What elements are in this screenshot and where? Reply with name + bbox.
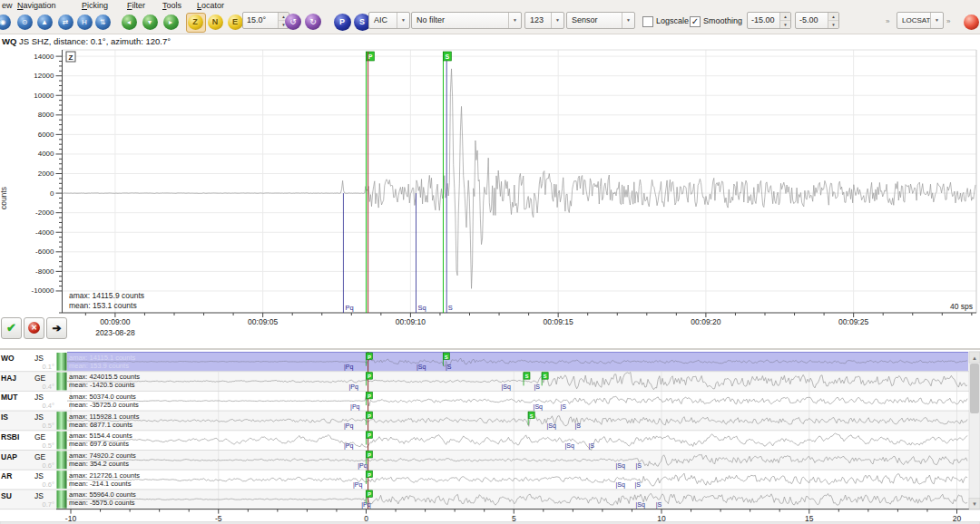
zoom-in-button[interactable]: ▲ — [37, 15, 53, 30]
toolbar-overflow-icon[interactable]: » — [886, 10, 889, 34]
row-amax-label: amax: 115928.1 counts — [69, 412, 140, 421]
svg-text:|Pq: |Pq — [344, 422, 353, 430]
menu-tools[interactable]: Tools — [162, 0, 181, 10]
chevron-down-icon: ▼ — [397, 13, 409, 28]
station-list-panel[interactable]: |Pq|Sq|SPS|Pq|Sq|SPSS|Pq|Sq|SP|Pq|Sq|SPS… — [0, 348, 980, 524]
rotate-cw-button[interactable]: ↻ — [305, 14, 321, 30]
pick-mode-button[interactable]: ▾ — [142, 15, 158, 30]
row-trace-MUT[interactable] — [67, 395, 967, 406]
menu-navigation[interactable]: Navigation — [17, 0, 56, 10]
commit-solution-button[interactable] — [964, 15, 979, 30]
menu-filter[interactable]: Filter — [127, 0, 145, 10]
time-window-start-spinbox[interactable]: -15.00▲▼ — [747, 12, 791, 29]
time-window-end-spinbox-stepper[interactable]: ▲▼ — [828, 13, 838, 28]
reject-picks-button[interactable]: ✕ — [24, 317, 44, 339]
zoom-out-button[interactable]: ⊙ — [17, 15, 33, 30]
toolbar-overflow-icon[interactable]: » — [946, 10, 950, 34]
main-picks: PqSqSPS — [343, 52, 452, 313]
logscale-checkbox[interactable] — [642, 16, 653, 27]
row-amax-label: amax: 55964.0 counts — [69, 490, 136, 499]
row-trace-AR[interactable] — [67, 473, 967, 486]
svg-text:00:09:15: 00:09:15 — [544, 317, 573, 326]
row-mean-label: mean: -1420.5 counts — [69, 381, 135, 389]
menu-picking[interactable]: Picking — [82, 0, 108, 10]
row-mean-label: mean: 697.6 counts — [69, 440, 129, 448]
panel-vscrollbar[interactable]: ▲▼ — [969, 352, 980, 509]
station-code: AR — [1, 471, 12, 480]
network-code: GE — [34, 374, 46, 383]
smoothing-label: Smoothing — [703, 10, 742, 34]
time-window-start-spinbox-stepper[interactable]: ▲▼ — [779, 13, 790, 28]
previous-phase-button[interactable]: ◂ — [122, 15, 137, 30]
reject-picks-icon: ✕ — [28, 322, 40, 334]
send-picks-button[interactable]: ➔ — [46, 317, 67, 339]
chevron-down-icon: ▼ — [622, 13, 634, 28]
component-badge: Z — [66, 52, 75, 62]
scroll-left-button[interactable]: ⇄ — [58, 15, 74, 30]
station-code: WO — [1, 354, 15, 363]
svg-text:S: S — [544, 374, 547, 379]
back-button[interactable]: ◉ — [0, 15, 11, 30]
amplitude-combo[interactable]: 123▼ — [524, 12, 564, 29]
component-z-button[interactable]: Z — [188, 15, 203, 30]
svg-text:6000: 6000 — [38, 131, 54, 139]
filter-combo[interactable]: No filter▼ — [411, 12, 522, 29]
s-marker-label: S — [448, 304, 453, 312]
reset-view-button[interactable]: H — [77, 15, 93, 30]
network-code: GE — [34, 452, 46, 461]
svg-text:|Pq: |Pq — [350, 403, 359, 411]
station-code: UAP — [1, 452, 17, 461]
row-amax-label: amax: 74920.2 counts — [69, 451, 136, 460]
svg-text:|Sq: |Sq — [615, 481, 624, 489]
picker-algorithm-combo[interactable]: AIC▼ — [368, 12, 410, 29]
locator-combo[interactable]: LOCSAT▼ — [897, 12, 944, 29]
station-code: RSBI — [1, 432, 19, 442]
station-distance: 0.5° — [43, 442, 54, 450]
amplitude-axis: -10000-8000-6000-4000-200002000400060008… — [32, 50, 63, 313]
pick-status-bar — [57, 490, 67, 509]
time-window-end-spinbox[interactable]: -5.00▲▼ — [795, 12, 839, 29]
svg-text:P: P — [368, 452, 371, 458]
svg-text:-4000: -4000 — [35, 228, 54, 237]
row-label-WO[interactable]: WOJS0.1°amax: 14115.1 countsmean: 153.9 … — [1, 353, 135, 371]
svg-text:|S: |S — [656, 501, 662, 509]
svg-text:|S: |S — [588, 442, 594, 450]
svg-text:P: P — [368, 53, 373, 60]
phase-p-button[interactable]: P — [334, 14, 351, 31]
svg-text:8000: 8000 — [38, 111, 54, 119]
row-label-RSBI[interactable]: RSBIGE0.5°amax: 5154.4 countsmean: 697.6… — [1, 432, 132, 450]
row-trace-RSBI[interactable] — [67, 433, 967, 451]
svg-text:-6000: -6000 — [35, 247, 54, 256]
seismogram-trace[interactable] — [63, 69, 976, 288]
pick-status-bar — [57, 373, 67, 391]
svg-text:S: S — [525, 374, 529, 379]
menu-locator[interactable]: Locator — [197, 0, 224, 10]
component-e-button[interactable]: E — [228, 15, 243, 30]
component-n-button[interactable]: N — [208, 15, 223, 30]
time-window-end-spinbox-value: -5.00 — [796, 13, 818, 28]
main-plot[interactable]: -10000-8000-6000-4000-200002000400060008… — [0, 34, 980, 348]
row-label-AR[interactable]: ARJS0.6°amax: 212726.1 countsmean: -214.… — [1, 471, 140, 489]
row-mean-label: mean: 354.2 counts — [69, 460, 129, 468]
scroll-down-icon: ▼ — [972, 501, 977, 507]
row-picks-AR: |Pq|Sq|SP — [353, 471, 641, 489]
rotation-spinbox[interactable]: 15.0°▲▼ — [242, 12, 289, 29]
station-traces[interactable]: |Pq|Sq|SPS|Pq|Sq|SPSS|Pq|Sq|SP|Pq|Sq|SPS… — [0, 350, 980, 524]
svg-text:4000: 4000 — [38, 150, 54, 158]
smoothing-checkbox[interactable]: ✓ — [690, 16, 701, 27]
logscale-label: Logscale — [656, 10, 689, 34]
rotate-ccw-button[interactable]: ↺ — [285, 14, 301, 30]
svg-text:|Sq: |Sq — [547, 422, 556, 430]
next-phase-button[interactable]: ▸ — [163, 15, 179, 30]
menu-ew[interactable]: ew — [2, 0, 13, 10]
scroll-right-button[interactable]: ⇅ — [95, 15, 111, 30]
waveform-view[interactable]: WQ JS SHZ, distance: 0.1°, azimuth: 120.… — [0, 34, 980, 348]
accept-picks-button[interactable]: ✔ — [1, 317, 22, 339]
rotation-spinbox-value: 15.0° — [243, 13, 266, 28]
sensor-combo[interactable]: Sensor▼ — [566, 12, 635, 29]
scrollbar-thumb[interactable] — [970, 364, 979, 413]
svg-text:S: S — [530, 413, 534, 419]
row-label-MUT[interactable]: MUTJS0.4°amax: 50374.0 countsmean: -3572… — [1, 393, 139, 411]
sensor-combo-value: Sensor — [567, 13, 598, 28]
time-axis: 00:09:0000:09:0500:09:1000:09:1500:09:20… — [59, 313, 976, 337]
